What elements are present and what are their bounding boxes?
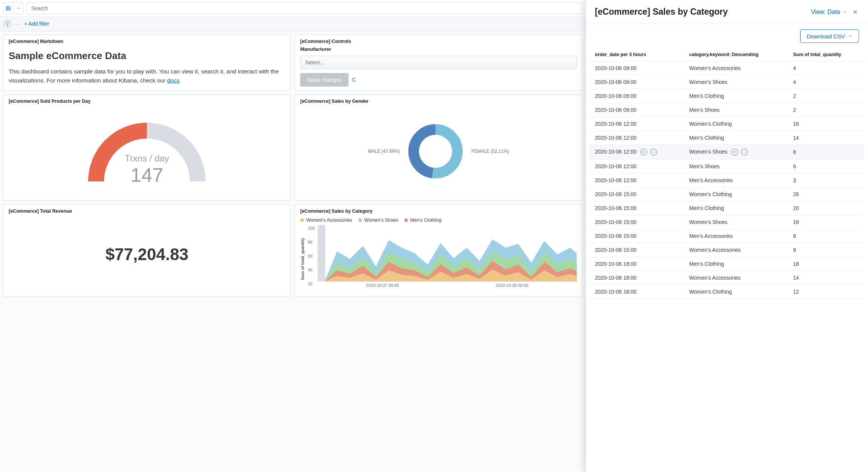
- apply-changes-button[interactable]: Apply changes: [300, 73, 348, 87]
- panel-title: [eCommerce] Sales by Gender: [300, 99, 577, 104]
- male-label: MALE (47.89%): [368, 149, 400, 154]
- chevron-down-icon: [842, 10, 847, 14]
- donut-chart: [403, 119, 468, 183]
- close-icon[interactable]: [851, 8, 859, 16]
- legend-dot-icon: [404, 218, 408, 222]
- table-row[interactable]: 2020-10-06 12:00Men's Accessories3: [590, 174, 864, 187]
- download-csv-button[interactable]: Download CSV: [800, 29, 859, 43]
- cell-date: 2020-10-06 12:00+−: [590, 145, 684, 160]
- legend-dot-icon: [358, 218, 362, 222]
- table-row[interactable]: 2020-10-06 09:00Women's Accessories4: [590, 61, 864, 75]
- filter-out-icon[interactable]: −: [741, 149, 748, 155]
- legend: Women's Accessories Women's Shoes Men's …: [300, 218, 577, 223]
- table-row[interactable]: 2020-10-06 09:00Men's Clothing2: [590, 89, 864, 103]
- table-row[interactable]: 2020-10-06 15:00Men's Accessories8: [590, 229, 864, 243]
- view-toggle[interactable]: View: Data: [811, 9, 847, 15]
- markdown-heading: Sample eCommerce Data: [9, 50, 285, 62]
- cell-category: Women's Shoes: [684, 75, 788, 89]
- y-tick: 40: [308, 268, 315, 272]
- cell-date: 2020-10-06 15:00: [590, 243, 684, 257]
- search-input[interactable]: [26, 2, 582, 14]
- cell-category: Women's Accessories: [684, 243, 788, 257]
- panel-title: [eCommerce] Markdown: [9, 39, 285, 44]
- table-row[interactable]: 2020-10-06 12:00Men's Shoes6: [590, 160, 864, 174]
- table-row[interactable]: 2020-10-06 15:00Women's Shoes18: [590, 215, 864, 229]
- cell-category: Women's Accessories: [684, 271, 788, 285]
- cell-qty: 26: [788, 187, 864, 201]
- y-tick: 100: [308, 226, 315, 230]
- col-header[interactable]: category.keyword: Descending: [684, 48, 788, 61]
- chevron-down-icon: [848, 34, 853, 38]
- cell-qty: 6: [788, 160, 864, 174]
- cell-category: Men's Shoes: [684, 103, 788, 117]
- cancel-button-truncated[interactable]: C: [352, 77, 356, 83]
- table-row[interactable]: 2020-10-06 18:00Men's Clothing18: [590, 257, 864, 271]
- panel-gauge: [eCommerce] Sold Products per Day Trxns …: [3, 94, 291, 201]
- y-axis-label: Sum of total_quantity: [300, 225, 305, 293]
- dashboard-grid: [eCommerce] Markdown Sample eCommerce Da…: [0, 32, 585, 472]
- docs-link[interactable]: docs: [167, 77, 179, 84]
- filter-bar: — + Add filter: [0, 17, 585, 32]
- save-query-icon[interactable]: [3, 3, 13, 14]
- gauge-label: Trxns / day: [125, 153, 169, 164]
- x-tick: 2020-10-08 00:00: [496, 283, 529, 288]
- cell-category: Men's Accessories: [684, 174, 788, 187]
- top-toolbar: [0, 0, 585, 17]
- cell-category: Women's Shoes: [684, 215, 788, 229]
- filter-in-icon[interactable]: +: [731, 149, 738, 155]
- flyout-title: [eCommerce] Sales by Category: [595, 7, 728, 17]
- revenue-value: $77,204.83: [105, 245, 188, 264]
- inspect-flyout: [eCommerce] Sales by Category View: Data…: [585, 0, 868, 472]
- cell-qty: 14: [788, 131, 864, 145]
- table-row[interactable]: 2020-10-06 09:00Women's Shoes4: [590, 75, 864, 89]
- cell-qty: 3: [788, 174, 864, 187]
- svg-marker-0: [6, 22, 9, 26]
- table-row[interactable]: 2020-10-06 18:00Women's Clothing12: [590, 285, 864, 299]
- cell-category: Men's Shoes: [684, 160, 788, 174]
- cell-category: Men's Clothing: [684, 257, 788, 271]
- add-filter-button[interactable]: + Add filter: [24, 21, 49, 27]
- cell-category: Women's Clothing: [684, 285, 788, 299]
- manufacturer-label: Manufacturer: [300, 46, 577, 52]
- panel-title: [eCommerce] Total Revenue: [9, 209, 285, 214]
- filter-out-icon[interactable]: −: [650, 149, 657, 155]
- cell-date: 2020-10-06 12:00: [590, 160, 684, 174]
- cell-date: 2020-10-06 15:00: [590, 201, 684, 215]
- cell-category: Women's Accessories: [684, 61, 788, 75]
- female-label: FEMALE (52.11%): [471, 149, 509, 154]
- save-dropdown-icon[interactable]: [13, 3, 23, 14]
- table-row[interactable]: 2020-10-06 12:00Men's Clothing14: [590, 131, 864, 145]
- table-row[interactable]: 2020-10-06 09:00Men's Shoes2: [590, 103, 864, 117]
- panel-gender: [eCommerce] Sales by Gender MALE (47.89%…: [295, 94, 582, 201]
- cell-category: Women's Shoes+−: [684, 145, 788, 160]
- data-table: order_date per 3 hours category.keyword:…: [590, 48, 864, 299]
- cell-date: 2020-10-06 18:00: [590, 257, 684, 271]
- cell-category: Men's Clothing: [684, 89, 788, 103]
- area-chart: [318, 225, 577, 282]
- table-row[interactable]: 2020-10-06 15:00Women's Accessories8: [590, 243, 864, 257]
- svg-rect-2: [318, 225, 326, 282]
- table-row[interactable]: 2020-10-06 18:00Women's Accessories14: [590, 271, 864, 285]
- table-row[interactable]: 2020-10-06 12:00Women's Clothing16: [590, 117, 864, 131]
- table-row[interactable]: 2020-10-06 12:00+−Women's Shoes+−8: [590, 145, 864, 160]
- panel-category: [eCommerce] Sales by Category Women's Ac…: [295, 204, 582, 297]
- cell-qty: 2: [788, 103, 864, 117]
- col-header[interactable]: order_date per 3 hours: [590, 48, 684, 61]
- cell-qty: 8: [788, 145, 864, 160]
- table-row[interactable]: 2020-10-06 15:00Women's Clothing26: [590, 187, 864, 201]
- cell-category: Men's Clothing: [684, 131, 788, 145]
- legend-label: Women's Accessories: [306, 218, 352, 223]
- panel-title: [eCommerce] Sold Products per Day: [9, 99, 285, 104]
- cell-date: 2020-10-06 12:00: [590, 131, 684, 145]
- col-header[interactable]: Sum of total_quantity: [788, 48, 864, 61]
- cell-qty: 8: [788, 229, 864, 243]
- cell-date: 2020-10-06 09:00: [590, 75, 684, 89]
- table-row[interactable]: 2020-10-06 15:00Men's Clothing20: [590, 201, 864, 215]
- cell-category: Women's Clothing: [684, 187, 788, 201]
- filter-in-icon[interactable]: +: [640, 149, 647, 155]
- panel-revenue: [eCommerce] Total Revenue $77,204.83: [3, 204, 291, 297]
- cell-qty: 2: [788, 89, 864, 103]
- cell-date: 2020-10-06 18:00: [590, 285, 684, 299]
- manufacturer-select[interactable]: Select...: [300, 56, 577, 69]
- filter-options-icon[interactable]: [4, 20, 11, 27]
